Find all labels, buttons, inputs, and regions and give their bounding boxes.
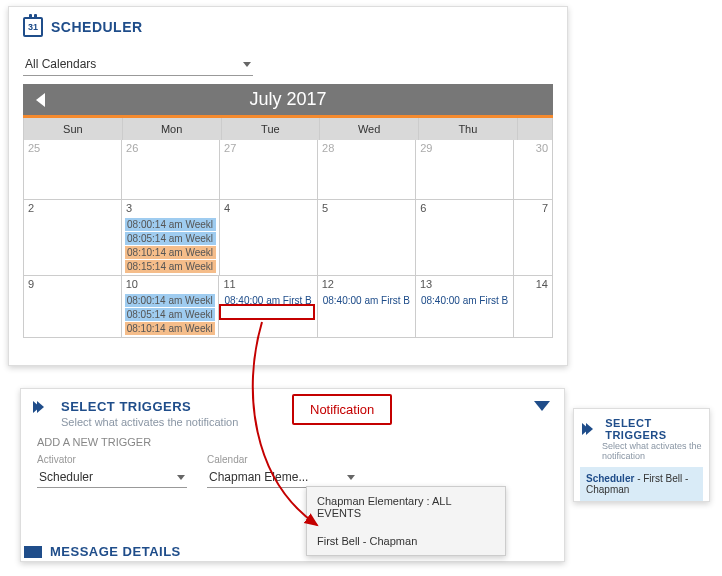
- day-cell[interactable]: 13 08:40:00 am First B: [416, 276, 514, 338]
- select-triggers-mini-panel: SELECT TRIGGERS Select what activates th…: [573, 408, 710, 502]
- day-cell[interactable]: 4: [220, 200, 318, 276]
- day-cell[interactable]: 6: [416, 200, 514, 276]
- calendar-event[interactable]: 08:10:14 am Weekl: [125, 322, 216, 335]
- dow-tue: Tue: [222, 118, 321, 140]
- calendars-select-value: All Calendars: [25, 57, 96, 71]
- selected-trigger-activator: Scheduler: [586, 473, 634, 484]
- caret-down-icon: [177, 475, 185, 480]
- scheduler-panel: 31 SCHEDULER All Calendars July 2017 Sun…: [8, 6, 568, 366]
- calendar-week: 2 3 08:00:14 am Weekl 08:05:14 am Weekl …: [24, 200, 553, 276]
- calendar-value: Chapman Eleme...: [209, 470, 308, 484]
- day-cell[interactable]: 11 08:40:00 am First B: [219, 276, 317, 338]
- calendar-field: Calendar Chapman Eleme...: [207, 454, 357, 488]
- scheduler-header: 31 SCHEDULER: [9, 7, 567, 43]
- calendar-event[interactable]: 08:00:14 am Weekl: [125, 218, 216, 231]
- section-subtitle: Select what activates the notification: [602, 441, 709, 461]
- day-number: 28: [322, 142, 334, 154]
- scheduler-title: SCHEDULER: [51, 19, 143, 35]
- caret-down-icon: [243, 62, 251, 67]
- trigger-form-row: Activator Scheduler Calendar Chapman Ele…: [21, 450, 564, 488]
- dow-fri-cut: [518, 118, 553, 140]
- day-number: 11: [223, 278, 235, 290]
- day-cell[interactable]: 3 08:00:14 am Weekl 08:05:14 am Weekl 08…: [122, 200, 220, 276]
- day-number: 6: [420, 202, 426, 214]
- calendar-event[interactable]: 08:05:14 am Weekl: [125, 308, 216, 321]
- day-cell[interactable]: 25: [24, 140, 122, 200]
- day-number: 3: [126, 202, 132, 214]
- chevron-down-icon: [534, 401, 550, 411]
- message-details-title: MESSAGE DETAILS: [50, 544, 181, 559]
- event-dropdown: Chapman Elementary : ALL EVENTS First Be…: [306, 486, 506, 556]
- envelope-icon: [24, 546, 42, 558]
- day-cell[interactable]: 7: [514, 200, 553, 276]
- calendar-week: 9 10 08:00:14 am Weekl 08:05:14 am Weekl…: [24, 276, 553, 338]
- activator-select[interactable]: Scheduler: [37, 467, 187, 488]
- add-trigger-label: ADD A NEW TRIGGER: [37, 436, 548, 448]
- dow-wed: Wed: [320, 118, 419, 140]
- day-cell[interactable]: 30: [514, 140, 553, 200]
- message-details-header: MESSAGE DETAILS: [24, 544, 181, 559]
- day-cell[interactable]: 29: [416, 140, 514, 200]
- day-number: 12: [322, 278, 334, 290]
- section-title: SELECT TRIGGERS: [61, 399, 191, 414]
- day-number: 9: [28, 278, 34, 290]
- day-cell[interactable]: 26: [122, 140, 220, 200]
- calendar-event[interactable]: 08:10:14 am Weekl: [125, 246, 216, 259]
- day-number: 27: [224, 142, 236, 154]
- collapse-toggle[interactable]: [534, 401, 550, 411]
- selected-trigger-row[interactable]: Scheduler - First Bell - Chapman: [580, 467, 703, 501]
- calendar-event[interactable]: 08:15:14 am Weekl: [125, 260, 216, 273]
- day-cell[interactable]: 5: [318, 200, 416, 276]
- activator-field: Activator Scheduler: [37, 454, 187, 488]
- dropdown-item-all-events[interactable]: Chapman Elementary : ALL EVENTS: [307, 487, 505, 527]
- calendars-select[interactable]: All Calendars: [23, 53, 253, 76]
- day-number: 14: [536, 278, 548, 290]
- calendar-event[interactable]: 08:40:00 am First B: [419, 294, 510, 307]
- dow-mon: Mon: [123, 118, 222, 140]
- field-label: Activator: [37, 454, 187, 465]
- day-cell[interactable]: 28: [318, 140, 416, 200]
- day-cell[interactable]: 14: [514, 276, 553, 338]
- month-prev-button[interactable]: [23, 84, 57, 115]
- field-label: Calendar: [207, 454, 357, 465]
- day-number: 2: [28, 202, 34, 214]
- day-cell[interactable]: 2: [24, 200, 122, 276]
- month-bar: July 2017: [23, 84, 553, 118]
- calendar-event[interactable]: 08:40:00 am First B: [222, 294, 313, 307]
- day-number: 4: [224, 202, 230, 214]
- day-cell[interactable]: 27: [220, 140, 318, 200]
- calendar-event[interactable]: 08:00:14 am Weekl: [125, 294, 216, 307]
- day-cell[interactable]: 10 08:00:14 am Weekl 08:05:14 am Weekl 0…: [122, 276, 220, 338]
- dropdown-item-first-bell[interactable]: First Bell - Chapman: [307, 527, 505, 555]
- calendar-event[interactable]: 08:05:14 am Weekl: [125, 232, 216, 245]
- double-chevron-right-icon: [33, 401, 53, 413]
- day-number: 30: [536, 142, 548, 154]
- day-number: 29: [420, 142, 432, 154]
- day-cell[interactable]: 12 08:40:00 am First B: [318, 276, 416, 338]
- day-number: 7: [542, 202, 548, 214]
- day-cell[interactable]: 9: [24, 276, 122, 338]
- day-number: 26: [126, 142, 138, 154]
- double-chevron-right-icon: [582, 423, 599, 435]
- activator-value: Scheduler: [39, 470, 93, 484]
- month-label: July 2017: [23, 89, 553, 110]
- calendar-event[interactable]: 08:40:00 am First B: [321, 294, 412, 307]
- section-title: SELECT TRIGGERS: [605, 417, 701, 441]
- day-number: 25: [28, 142, 40, 154]
- dow-sun: Sun: [24, 118, 123, 140]
- calendar-grid: Sun Mon Tue Wed Thu 25 26 27 28 29 30 2 …: [23, 118, 553, 338]
- calendar-icon: 31: [23, 17, 43, 37]
- caret-down-icon: [347, 475, 355, 480]
- section-header: SELECT TRIGGERS: [574, 409, 709, 441]
- calendar-week: 25 26 27 28 29 30: [24, 140, 553, 200]
- calendar-select[interactable]: Chapman Eleme...: [207, 467, 357, 488]
- day-number: 13: [420, 278, 432, 290]
- chevron-left-icon: [36, 93, 45, 107]
- dow-thu: Thu: [419, 118, 518, 140]
- dow-row: Sun Mon Tue Wed Thu: [24, 118, 553, 140]
- day-number: 10: [126, 278, 138, 290]
- annotation-label: Notification: [292, 394, 392, 425]
- day-number: 5: [322, 202, 328, 214]
